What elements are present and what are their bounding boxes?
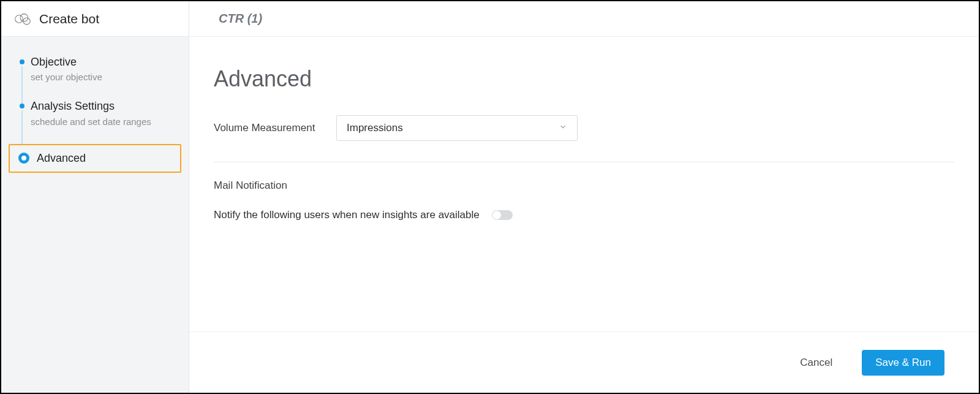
bot-name: CTR (1) [219,12,262,26]
sidebar: Create bot Objective set your objective … [1,1,189,393]
step-subtitle: schedule and set date ranges [31,116,175,127]
page-heading: Advanced [214,66,954,92]
volume-measurement-row: Volume Measurement Impressions [214,115,954,141]
volume-measurement-value: Impressions [347,122,403,134]
footer: Cancel Save & Run [189,331,979,393]
mail-notification-text: Notify the following users when new insi… [214,209,480,221]
step-advanced[interactable]: Advanced [9,144,181,173]
step-title: Advanced [37,151,174,165]
save-run-button[interactable]: Save & Run [862,350,944,376]
brain-icon [15,10,32,28]
volume-measurement-select[interactable]: Impressions [336,115,578,141]
mail-notification-toggle[interactable] [492,210,513,220]
sidebar-title: Create bot [39,12,99,26]
content: Advanced Volume Measurement Impressions … [189,37,979,331]
svg-point-2 [23,17,30,24]
sidebar-header: Create bot [1,1,189,37]
step-analysis-settings[interactable]: Analysis Settings schedule and set date … [9,99,181,143]
main-panel: CTR (1) Advanced Volume Measurement Impr… [189,1,979,393]
app-window: Create bot Objective set your objective … [0,0,980,394]
step-objective[interactable]: Objective set your objective [9,55,181,99]
divider [214,162,954,162]
step-bullet-icon [20,59,24,64]
wizard-steps: Objective set your objective Analysis Se… [1,37,189,173]
mail-notification-heading: Mail Notification [214,180,954,192]
cancel-button[interactable]: Cancel [786,350,846,376]
chevron-down-icon [559,122,567,134]
step-subtitle: set your objective [31,72,175,82]
svg-point-0 [15,15,23,23]
step-title: Analysis Settings [31,99,175,113]
step-bullet-active-icon [18,153,29,164]
volume-measurement-label: Volume Measurement [214,122,336,134]
step-bullet-icon [20,104,24,108]
main-header: CTR (1) [189,1,979,37]
mail-notification-row: Notify the following users when new insi… [214,209,954,221]
toggle-knob [492,211,501,219]
step-title: Objective [31,55,175,69]
